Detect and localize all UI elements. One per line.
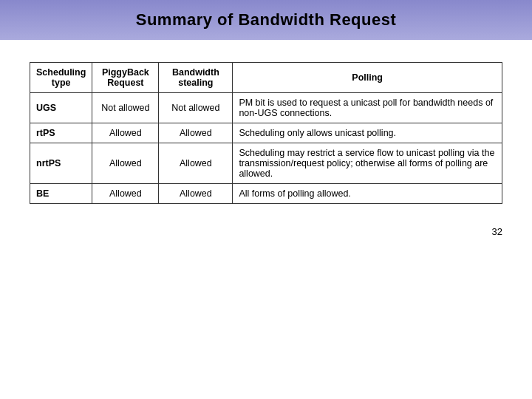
cell-bandwidth-stealing: Allowed <box>159 143 233 184</box>
table-row: BE Allowed Allowed All forms of polling … <box>30 184 502 204</box>
cell-polling: Scheduling only allows unicast polling. <box>233 123 502 143</box>
table-row: nrtPS Allowed Allowed Scheduling may res… <box>30 143 502 184</box>
table-row: rtPS Allowed Allowed Scheduling only all… <box>30 123 502 143</box>
cell-bandwidth-stealing: Not allowed <box>159 93 233 123</box>
header: Summary of Bandwidth Request <box>0 0 532 40</box>
cell-polling: All forms of polling allowed. <box>233 184 502 204</box>
cell-polling: Scheduling may restrict a service flow t… <box>233 143 502 184</box>
cell-scheduling-type: UGS <box>30 93 92 123</box>
col-header-scheduling: Scheduling type <box>30 63 92 93</box>
col-header-piggyback: PiggyBack Request <box>92 63 159 93</box>
cell-polling: PM bit is used to request a unicast poll… <box>233 93 502 123</box>
page-title: Summary of Bandwidth Request <box>136 10 397 29</box>
table-header-row: Scheduling type PiggyBack Request Bandwi… <box>30 63 502 93</box>
col-header-bandwidth-stealing: Bandwidth stealing <box>159 63 233 93</box>
content-area: Scheduling type PiggyBack Request Bandwi… <box>0 40 532 219</box>
cell-scheduling-type: nrtPS <box>30 143 92 184</box>
cell-piggyback: Allowed <box>92 184 159 204</box>
cell-scheduling-type: BE <box>30 184 92 204</box>
cell-piggyback: Allowed <box>92 123 159 143</box>
table-row: UGS Not allowed Not allowed PM bit is us… <box>30 93 502 123</box>
page-number: 32 <box>0 219 532 237</box>
col-header-polling: Polling <box>233 63 502 93</box>
cell-piggyback: Not allowed <box>92 93 159 123</box>
bandwidth-table: Scheduling type PiggyBack Request Bandwi… <box>30 62 502 204</box>
cell-piggyback: Allowed <box>92 143 159 184</box>
cell-scheduling-type: rtPS <box>30 123 92 143</box>
cell-bandwidth-stealing: Allowed <box>159 123 233 143</box>
cell-bandwidth-stealing: Allowed <box>159 184 233 204</box>
